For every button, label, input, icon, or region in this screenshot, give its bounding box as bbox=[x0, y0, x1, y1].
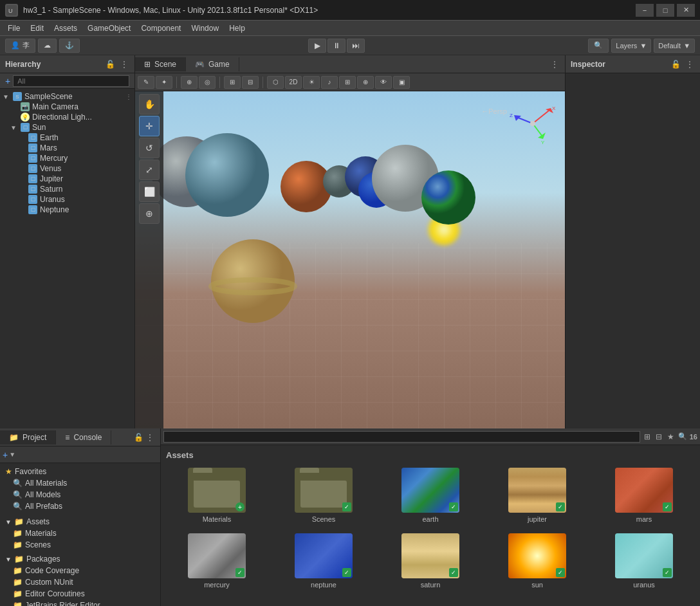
tree-item-jupiter[interactable]: ☐ Jupiter bbox=[0, 174, 134, 184]
asset-item-saturn[interactable]: saturn bbox=[380, 531, 481, 591]
inspector-lock-button[interactable]: 🔓 bbox=[670, 59, 682, 70]
layers-dropdown[interactable]: Layers ▼ bbox=[611, 39, 651, 53]
scene-menu-button[interactable]: ⋮ bbox=[549, 59, 560, 70]
camera-btn[interactable]: 2D bbox=[285, 76, 302, 89]
move-tool[interactable]: ✛ bbox=[139, 116, 160, 136]
pause-button[interactable]: ⏸ bbox=[327, 39, 345, 53]
asset-item-neptune[interactable]: neptune bbox=[273, 531, 374, 591]
proj-item-customnunit[interactable]: 📁 Custom NUnit bbox=[0, 576, 160, 588]
pivot-btn[interactable]: ◎ bbox=[199, 76, 216, 89]
scale-tool[interactable]: ⤢ bbox=[139, 160, 160, 180]
audio-btn[interactable]: ♪ bbox=[321, 76, 338, 89]
hand-tool[interactable]: ✋ bbox=[139, 94, 160, 115]
hierarchy-lock-button[interactable]: 🔓 bbox=[104, 59, 116, 70]
rect-tool[interactable]: ⬜ bbox=[139, 181, 160, 202]
proj-item-jetbrains[interactable]: 📁 JetBrains Rider Editor bbox=[0, 600, 160, 606]
account-button[interactable]: 👤 李 bbox=[5, 39, 35, 53]
proj-item-materials[interactable]: 📁 Materials bbox=[0, 528, 160, 539]
snap-btn[interactable]: ⊟ bbox=[242, 76, 259, 89]
asset-item-uranus[interactable]: uranus bbox=[593, 531, 695, 591]
scene-menu[interactable]: ⋮ bbox=[125, 93, 132, 100]
assets-filter-button[interactable]: ⊟ bbox=[654, 431, 663, 443]
menu-item-edit[interactable]: Edit bbox=[25, 23, 49, 34]
scene-viewport[interactable]: X Y Z ←Persp ✋ ✛ ↺ ⤢ ⬜ bbox=[135, 91, 565, 428]
tab-game[interactable]: 🎮 Game bbox=[186, 57, 239, 71]
assets-search-input[interactable] bbox=[163, 431, 640, 443]
tab-scene[interactable]: ⊞ Scene bbox=[135, 57, 186, 71]
favorites-section[interactable]: ★ Favorites bbox=[0, 466, 160, 477]
assets-bookmark-button[interactable]: ★ bbox=[666, 431, 676, 443]
assets-section-label: Assets bbox=[26, 517, 50, 526]
asset-item-scenes[interactable]: ✓ Scenes bbox=[273, 465, 374, 526]
tree-item-dirlight[interactable]: 💡 Directional Ligh... bbox=[0, 112, 134, 122]
hierarchy-search-input[interactable] bbox=[13, 75, 129, 87]
asset-item-jupiter[interactable]: jupiter bbox=[486, 465, 588, 526]
asset-item-mars[interactable]: mars bbox=[593, 465, 695, 526]
proj-item-allprefabs[interactable]: 🔍 All Prefabs bbox=[0, 500, 160, 512]
search-filter-button[interactable]: ⊞ bbox=[643, 431, 652, 443]
rotate-tool[interactable]: ↺ bbox=[139, 138, 160, 158]
menu-item-help[interactable]: Help bbox=[224, 23, 250, 34]
default-dropdown[interactable]: Default ▼ bbox=[654, 39, 695, 53]
cloud-button[interactable]: ☁ bbox=[38, 39, 57, 53]
proj-item-editorcoroutines[interactable]: 📁 Editor Coroutines bbox=[0, 588, 160, 600]
collab-button[interactable]: ⚓ bbox=[59, 39, 80, 53]
assets-section[interactable]: ▼ 📁 Assets bbox=[0, 516, 160, 528]
hide-btn[interactable]: 👁 bbox=[375, 76, 392, 89]
proj-item-allmaterials[interactable]: 🔍 All Materials bbox=[0, 477, 160, 489]
tree-item-uranus[interactable]: ☐ Uranus bbox=[0, 194, 134, 205]
uranus-thumb bbox=[615, 533, 673, 578]
tree-item-venus[interactable]: ☐ Venus bbox=[0, 163, 134, 174]
draw-tool-btn[interactable]: ✎ bbox=[138, 76, 154, 89]
tree-item-neptune[interactable]: ☐ Neptune bbox=[0, 205, 134, 215]
tree-item-mars[interactable]: ☐ Mars bbox=[0, 143, 134, 153]
tab-project[interactable]: 📁 Project bbox=[0, 430, 56, 445]
scene-gizmo[interactable]: X Y Z bbox=[507, 98, 558, 149]
project-lock-button[interactable]: 🔓 bbox=[133, 432, 145, 443]
play-button[interactable]: ▶ bbox=[308, 39, 326, 53]
proj-item-scenes[interactable]: 📁 Scenes bbox=[0, 539, 160, 551]
packages-section[interactable]: ▼ 📁 Packages bbox=[0, 553, 160, 565]
inspector-header-controls[interactable]: 🔓 ⋮ bbox=[670, 59, 695, 70]
transform-tool[interactable]: ⊕ bbox=[139, 203, 160, 224]
restore-button[interactable]: □ bbox=[656, 4, 674, 17]
menu-item-gameobject[interactable]: GameObject bbox=[82, 23, 136, 34]
inspector-menu-button[interactable]: ⋮ bbox=[685, 59, 695, 70]
menu-item-component[interactable]: Component bbox=[136, 23, 186, 34]
proj-item-codecoverage[interactable]: 📁 Code Coverage bbox=[0, 565, 160, 576]
menu-item-assets[interactable]: Assets bbox=[49, 23, 82, 34]
tree-item-saturn[interactable]: ☐ Saturn bbox=[0, 184, 134, 194]
tree-item-maincamera[interactable]: 📷 Main Camera bbox=[0, 102, 134, 112]
proj-item-allmodels[interactable]: 🔍 All Models bbox=[0, 489, 160, 500]
tab-console[interactable]: ≡ Console bbox=[56, 430, 111, 445]
effect-btn[interactable]: ⊞ bbox=[339, 76, 356, 89]
window-controls[interactable]: − □ ✕ bbox=[636, 4, 695, 17]
menu-item-window[interactable]: Window bbox=[186, 23, 224, 34]
hierarchy-header-controls[interactable]: 🔓 ⋮ bbox=[104, 59, 129, 70]
close-button[interactable]: ✕ bbox=[677, 4, 695, 17]
transform-btn[interactable]: ⊕ bbox=[181, 76, 198, 89]
minimize-button[interactable]: − bbox=[636, 4, 654, 17]
collider-btn[interactable]: ⬡ bbox=[267, 76, 284, 89]
search-button[interactable]: 🔍 bbox=[588, 39, 609, 53]
hierarchy-menu-button[interactable]: ⋮ bbox=[119, 59, 129, 70]
tree-item-sun[interactable]: ▼ ☐ Sun bbox=[0, 122, 134, 133]
grid-btn[interactable]: ⊞ bbox=[224, 76, 241, 89]
light-btn[interactable]: ☀ bbox=[303, 76, 320, 89]
render-btn[interactable]: ▣ bbox=[393, 76, 410, 89]
maincamera-label: Main Camera bbox=[32, 102, 78, 111]
asset-item-earth[interactable]: earth bbox=[380, 465, 481, 526]
asset-item-mercury[interactable]: mercury bbox=[166, 531, 268, 591]
asset-item-sun[interactable]: sun bbox=[486, 531, 588, 591]
asset-item-materials[interactable]: + Materials bbox=[166, 465, 268, 526]
add-dropdown[interactable]: ▼ bbox=[9, 451, 15, 458]
step-button[interactable]: ⏭ bbox=[347, 39, 365, 53]
tree-item-samplescene[interactable]: ▼ S SampleScene ⋮ bbox=[0, 91, 134, 102]
tree-item-mercury[interactable]: ☐ Mercury bbox=[0, 153, 134, 163]
project-menu-button[interactable]: ⋮ bbox=[145, 432, 155, 443]
nav-btn[interactable]: ⊕ bbox=[357, 76, 374, 89]
add-button[interactable]: + bbox=[3, 450, 8, 460]
menu-item-file[interactable]: File bbox=[3, 23, 25, 34]
fx-tool-btn[interactable]: ✦ bbox=[156, 76, 172, 89]
tree-item-earth[interactable]: ☐ Earth bbox=[0, 133, 134, 143]
